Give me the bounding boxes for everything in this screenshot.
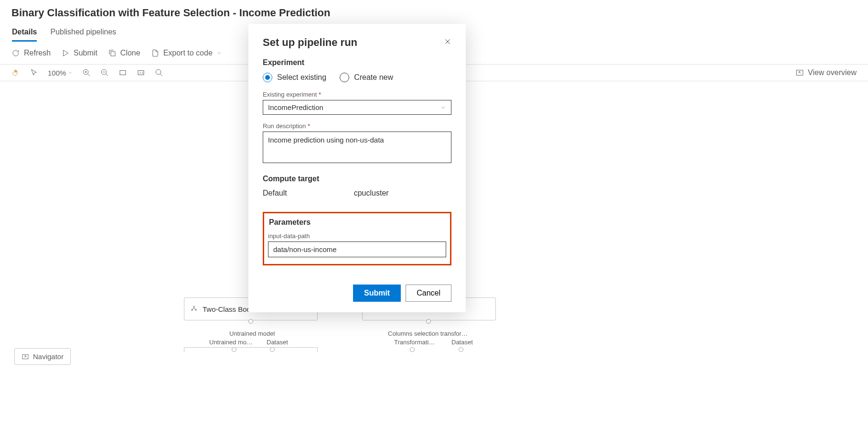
parameters-section-title: Parameters: [268, 218, 446, 227]
svg-marker-0: [64, 50, 69, 56]
navigator-button[interactable]: Navigator: [14, 348, 71, 365]
port-label: Untrained model: [229, 330, 275, 337]
page-title: Binary Classification with Feature Selec…: [0, 0, 868, 24]
zoom-level[interactable]: 100%: [48, 69, 73, 77]
chevron-down-icon: [440, 105, 446, 110]
dialog-submit-button[interactable]: Submit: [353, 285, 401, 302]
export-label: Export to code: [163, 49, 213, 57]
cursor-tool-icon[interactable]: [30, 68, 38, 77]
view-overview-button[interactable]: View overview: [795, 68, 857, 77]
submit-button[interactable]: Submit: [61, 49, 97, 57]
play-icon: [61, 49, 70, 57]
existing-experiment-label: Existing experiment *: [263, 91, 451, 98]
port-label: Transformati…: [394, 339, 435, 346]
clone-label: Clone: [120, 49, 140, 57]
node-port[interactable]: [426, 319, 431, 324]
svg-point-12: [156, 69, 161, 75]
radio-select-existing[interactable]: Select existing: [263, 73, 326, 82]
pipeline-node-partial: [184, 347, 318, 352]
actual-size-icon[interactable]: 1:1: [137, 68, 145, 77]
port-label: Dataset: [451, 339, 473, 346]
svg-line-13: [161, 74, 163, 76]
node-port[interactable]: [459, 347, 463, 352]
zoom-out-icon[interactable]: [100, 68, 109, 77]
tree-icon: [190, 305, 198, 313]
experiment-section-title: Experiment: [263, 58, 451, 67]
pipeline-run-dialog: Set up pipeline run Experiment Select ex…: [248, 24, 466, 312]
search-icon[interactable]: [155, 68, 163, 77]
tab-published-pipelines[interactable]: Published pipelines: [50, 28, 116, 42]
zoom-in-icon[interactable]: [82, 68, 91, 77]
radio-icon: [263, 73, 272, 82]
refresh-icon: [11, 49, 20, 57]
refresh-button[interactable]: Refresh: [11, 49, 51, 57]
compute-default-label: Default: [263, 189, 287, 198]
svg-line-3: [88, 74, 90, 76]
run-description-label: Run description *: [263, 122, 451, 130]
dialog-cancel-button[interactable]: Cancel: [406, 285, 451, 302]
svg-point-17: [192, 309, 193, 311]
select-value: IncomePrediction: [268, 103, 323, 111]
chevron-down-icon: [68, 70, 73, 75]
chevron-down-icon: [216, 50, 222, 56]
radio-label: Create new: [354, 73, 393, 82]
svg-line-21: [24, 356, 26, 357]
svg-text:1:1: 1:1: [139, 71, 144, 74]
overview-icon: [795, 68, 804, 77]
export-to-code-button[interactable]: Export to code: [151, 49, 222, 57]
view-overview-label: View overview: [808, 68, 857, 77]
svg-rect-1: [111, 52, 115, 56]
code-file-icon: [151, 49, 160, 57]
radio-create-new[interactable]: Create new: [340, 73, 393, 82]
fit-screen-icon[interactable]: [118, 68, 127, 77]
existing-experiment-select[interactable]: IncomePrediction: [263, 100, 451, 115]
svg-rect-14: [796, 70, 803, 76]
param-name-label: input-data-path: [268, 232, 446, 240]
radio-icon: [340, 73, 349, 82]
param-value-input[interactable]: [268, 241, 446, 257]
close-button[interactable]: [444, 38, 451, 47]
port-label: Untrained mo…: [209, 339, 253, 346]
svg-point-16: [193, 306, 195, 307]
node-port[interactable]: [248, 319, 253, 324]
svg-line-7: [106, 74, 108, 76]
clone-button[interactable]: Clone: [108, 49, 140, 57]
zoom-value: 100%: [48, 69, 66, 77]
radio-label: Select existing: [277, 73, 326, 82]
refresh-label: Refresh: [24, 49, 51, 57]
submit-label: Submit: [74, 49, 97, 57]
port-label: Dataset: [267, 339, 288, 346]
run-description-input[interactable]: [263, 132, 451, 163]
navigator-icon: [21, 353, 29, 361]
hand-tool-icon[interactable]: [11, 68, 20, 77]
node-port[interactable]: [410, 347, 415, 352]
parameters-section-highlight: Parameters input-data-path: [263, 212, 451, 265]
svg-line-15: [799, 72, 801, 74]
compute-target-section-title: Compute target: [263, 175, 451, 183]
svg-point-18: [195, 309, 197, 311]
svg-rect-9: [120, 71, 126, 75]
tab-details[interactable]: Details: [12, 28, 37, 42]
port-label: Columns selection transfor…: [388, 330, 468, 337]
compute-target-value: cpucluster: [354, 189, 389, 198]
close-icon: [444, 38, 451, 45]
clone-icon: [108, 49, 117, 57]
dialog-title: Set up pipeline run: [263, 36, 357, 49]
svg-rect-20: [22, 354, 28, 359]
navigator-label: Navigator: [33, 352, 64, 361]
